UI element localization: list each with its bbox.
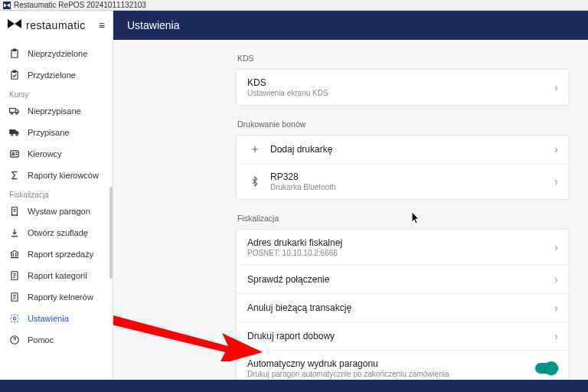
sidebar-item-label: Pomoc [28,335,54,345]
window-title: Restaumatic RePOS 20241011132103 [14,1,146,9]
sidebar-item-kierowcy[interactable]: Kierowcy [0,143,113,165]
sidebar-collapse-button[interactable]: ≡ [99,19,105,31]
row-body: KDSUstawienia ekranu KDS [247,77,548,97]
group-label: KDS [237,54,570,63]
row-title: Automatyczny wydruk paragonu [247,358,529,369]
sidebar-item-label: Nieprzypisane [28,106,81,116]
plus-icon [247,144,263,155]
chevron-right-icon: › [554,302,558,314]
row-title: RP328 [270,172,548,182]
app-icon [3,2,11,9]
sidebar-item-wystaw-paragon[interactable]: Wystaw paragon [0,201,113,222]
sidebar-item-label: Przydzielone [28,70,76,80]
doc-icon [9,270,20,281]
row-title: KDS [247,77,548,88]
settings-row-adres-drukarki-fiskalnej[interactable]: Adres drukarki fiskalnejPOSNET: 10.10.10… [237,230,569,265]
row-subtitle: Drukarka Bluetooth [270,183,548,191]
badge-icon [9,149,20,159]
row-subtitle: Drukuj paragon automatycznie po zakończe… [247,370,529,378]
topbar: Ustawienia [113,11,588,40]
sidebar-item-raporty-kierowców[interactable]: Raporty kierowców [0,165,113,186]
main: Ustawienia KDSKDSUstawienia ekranu KDS›D… [113,11,588,380]
row-subtitle: Ustawienia ekranu KDS [247,89,548,97]
row-body: Sprawdź połączenie [247,274,548,285]
content-area[interactable]: KDSKDSUstawienia ekranu KDS›Drukowanie b… [113,40,588,380]
sidebar-item-nieprzydzielone[interactable]: Nieprzydzielone [0,43,113,64]
chevron-right-icon: › [554,175,558,188]
sidebar-item-ustawienia[interactable]: Ustawienia [0,308,113,329]
sidebar: restaumatic ≡ NieprzydzielonePrzydzielon… [0,11,113,380]
assignment-icon [9,48,20,59]
sidebar-item-pomoc[interactable]: Pomoc [0,329,113,351]
svg-rect-8 [10,109,16,113]
settings-row-automatyczny-wydruk-paragonu[interactable]: Automatyczny wydruk paragonuDrukuj parag… [237,350,569,380]
svg-point-9 [11,113,12,114]
svg-rect-11 [10,130,16,134]
chevron-right-icon: › [554,241,558,253]
settings-row-sprawdź-połączenie[interactable]: Sprawdź połączenie› [237,265,569,293]
svg-marker-0 [4,3,7,7]
sigma-icon [9,170,20,181]
settings-row-dodaj-drukarkę[interactable]: Dodaj drukarkę› [237,136,569,163]
sidebar-item-label: Raport sprzedaży [28,250,93,259]
row-body: Adres drukarki fiskalnejPOSNET: 10.10.10… [247,237,548,257]
svg-point-12 [11,134,12,136]
group-label: Drukowanie bonów [237,119,570,129]
sidebar-item-raport-kategorii[interactable]: Raport kategorii [0,265,113,286]
gear-icon [9,313,20,324]
sidebar-item-label: Raport kategorii [28,271,87,280]
sidebar-item-label: Raporty kelnerów [28,292,93,302]
receipt-icon [9,206,20,217]
scrollbar-thumb[interactable] [109,187,113,279]
svg-marker-3 [15,19,21,28]
svg-point-10 [16,113,18,114]
settings-row-rp328[interactable]: RP328Drukarka Bluetooth› [237,163,569,199]
row-body: Automatyczny wydruk paragonuDrukuj parag… [247,358,529,378]
svg-point-15 [12,152,14,154]
sidebar-item-label: Otwórz szufladę [28,228,88,237]
sidebar-nav[interactable]: NieprzydzielonePrzydzieloneKursyNieprzyp… [0,40,113,380]
sidebar-item-przydzielone[interactable]: Przydzielone [0,64,113,86]
brand: restaumatic ≡ [0,11,113,40]
chevron-right-icon: › [554,273,558,286]
truck-icon [9,127,20,138]
svg-point-18 [13,317,16,320]
settings-card: Dodaj drukarkę›RP328Drukarka Bluetooth› [236,135,570,200]
svg-point-13 [16,134,18,136]
brand-logo-icon [8,18,21,32]
truck-out-icon [9,106,20,116]
settings-row-drukuj-raport-dobowy[interactable]: Drukuj raport dobowy› [237,322,569,350]
settings-row-anuluj-bieżącą-transakcję[interactable]: Anuluj bieżącą transakcję› [237,293,569,322]
row-subtitle: POSNET: 10.10.10.2:6666 [247,249,548,257]
sidebar-item-label: Nieprzydzielone [28,49,87,58]
brand-name: restaumatic [26,19,86,31]
window-titlebar: Restaumatic RePOS 20241011132103 [0,0,588,11]
bluetooth-icon [247,176,263,187]
sidebar-item-label: Wystaw paragon [28,207,90,216]
row-title: Anuluj bieżącą transakcję [247,302,548,313]
sidebar-section-label: Kursy [0,86,113,100]
group-label: Fiskalizacja [237,214,570,223]
sidebar-item-przypisane[interactable]: Przypisane [0,122,113,143]
sidebar-section-label: Fiskalizacja [0,186,113,201]
sidebar-item-nieprzypisane[interactable]: Nieprzypisane [0,100,113,122]
row-title: Adres drukarki fiskalnej [247,237,548,248]
toggle-switch[interactable] [535,363,558,374]
sidebar-item-label: Raporty kierowców [28,171,99,180]
svg-marker-2 [8,19,15,28]
help-icon [9,335,20,345]
row-title: Drukuj raport dobowy [247,331,548,341]
settings-card: Adres drukarki fiskalnejPOSNET: 10.10.10… [236,229,570,380]
sidebar-item-otwórz-szufladę[interactable]: Otwórz szufladę [0,222,113,243]
sidebar-item-label: Przypisane [28,128,69,137]
chevron-right-icon: › [554,81,558,93]
row-title: Dodaj drukarkę [270,144,548,155]
sidebar-item-raporty-kelnerów[interactable]: Raporty kelnerów [0,286,113,308]
row-body: Anuluj bieżącą transakcję [247,302,548,313]
sidebar-item-raport-sprzedaży[interactable]: Raport sprzedaży [0,243,113,265]
assignment-check-icon [9,70,20,80]
chevron-right-icon: › [554,330,558,342]
settings-row-kds[interactable]: KDSUstawienia ekranu KDS› [237,70,569,105]
chevron-right-icon: › [554,143,558,155]
row-body: RP328Drukarka Bluetooth [270,172,548,191]
